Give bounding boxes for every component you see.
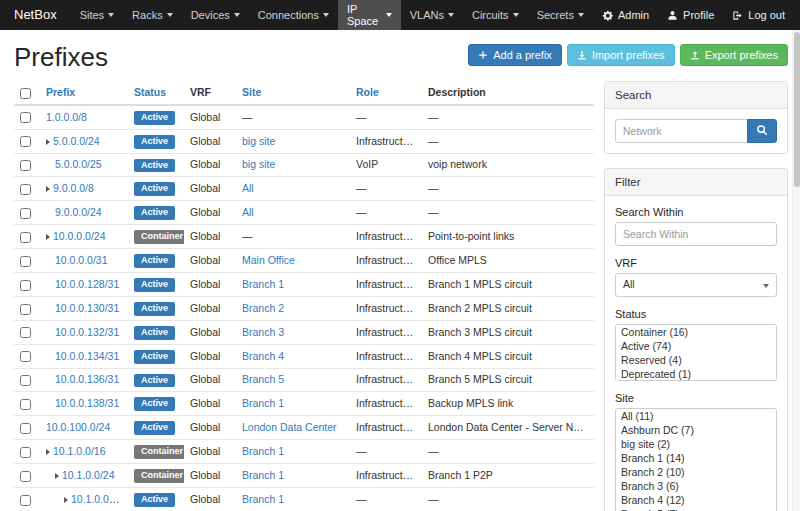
scrollbar-thumb[interactable]: [794, 32, 800, 187]
prefix-link[interactable]: 9.0.0.0/8: [53, 182, 94, 194]
site-option[interactable]: Branch 2 (10): [616, 465, 776, 479]
row-checkbox[interactable]: [20, 471, 31, 482]
status-option[interactable]: Active (74): [616, 339, 776, 353]
site-option[interactable]: Branch 5 (7): [616, 507, 776, 511]
search-button[interactable]: [747, 119, 777, 143]
role-value: Infrastructure: [356, 373, 418, 385]
prefix-link[interactable]: 5.0.0.0/24: [53, 135, 100, 147]
site-option[interactable]: Ashburn DC (7): [616, 423, 776, 437]
site-link[interactable]: Branch 1: [242, 493, 284, 505]
row-checkbox[interactable]: [20, 399, 31, 410]
prefix-indent: 5.0.0.0/24: [46, 135, 100, 147]
site-link[interactable]: All: [242, 206, 254, 218]
site-option[interactable]: Branch 1 (14): [616, 451, 776, 465]
prefix-link[interactable]: 10.0.0.132/31: [55, 326, 119, 338]
prefix-link[interactable]: 9.0.0.0/24: [55, 206, 102, 218]
select-all-checkbox[interactable]: [20, 88, 31, 99]
prefix-link[interactable]: 10.0.0.130/31: [55, 302, 119, 314]
nav-item-sites[interactable]: Sites: [71, 0, 123, 30]
prefix-link[interactable]: 10.1.0.0/24: [62, 469, 115, 481]
site-option[interactable]: big site (2): [616, 437, 776, 451]
prefix-link[interactable]: 1.0.0.0/8: [46, 111, 87, 123]
site-filter-listbox[interactable]: All (11)Ashburn DC (7)big site (2)Branch…: [615, 408, 777, 511]
prefix-link[interactable]: 10.1.0.0/25: [71, 493, 124, 505]
row-checkbox[interactable]: [20, 423, 31, 434]
prefix-link[interactable]: 10.0.0.134/31: [55, 350, 119, 362]
row-checkbox[interactable]: [20, 280, 31, 291]
site-link[interactable]: Branch 5: [242, 373, 284, 385]
site-option[interactable]: Branch 4 (12): [616, 493, 776, 507]
column-header-role[interactable]: Role: [350, 81, 422, 105]
nav-profile-link[interactable]: Profile: [658, 0, 723, 30]
prefix-link[interactable]: 10.0.100.0/24: [46, 421, 110, 433]
row-checkbox[interactable]: [20, 495, 31, 506]
site-link[interactable]: Main Office: [242, 254, 295, 266]
status-option[interactable]: Container (16): [616, 325, 776, 339]
status-option[interactable]: Deprecated (1): [616, 367, 776, 381]
role-cell: Infrastructure: [350, 416, 422, 440]
prefix-link[interactable]: 10.0.0.138/31: [55, 397, 119, 409]
row-checkbox[interactable]: [20, 232, 31, 243]
row-checkbox[interactable]: [20, 304, 31, 315]
row-checkbox[interactable]: [20, 351, 31, 362]
site-link[interactable]: Branch 2: [242, 302, 284, 314]
site-option[interactable]: All (11): [616, 409, 776, 423]
add-prefix-button[interactable]: Add a prefix: [468, 44, 562, 66]
site-link[interactable]: big site: [242, 135, 275, 147]
row-checkbox[interactable]: [20, 112, 31, 123]
site-link[interactable]: Branch 4: [242, 350, 284, 362]
nav-item-racks[interactable]: Racks: [123, 0, 182, 30]
row-checkbox[interactable]: [20, 327, 31, 338]
row-checkbox[interactable]: [20, 447, 31, 458]
site-link[interactable]: London Data Center: [242, 421, 337, 433]
site-link[interactable]: All: [242, 182, 254, 194]
site-link[interactable]: Branch 3: [242, 326, 284, 338]
export-prefixes-button[interactable]: Export prefixes: [680, 44, 788, 66]
nav-item-connections[interactable]: Connections: [249, 0, 338, 30]
nav-item-vlans[interactable]: VLANs: [401, 0, 463, 30]
nav-log-out-link[interactable]: Log out: [723, 0, 794, 30]
prefix-link[interactable]: 10.0.0.136/31: [55, 373, 119, 385]
nav-item-label: Sites: [80, 9, 104, 21]
nav-item-circuits[interactable]: Circuits: [463, 0, 528, 30]
status-option[interactable]: Reserved (4): [616, 353, 776, 367]
site-link[interactable]: Branch 1: [242, 469, 284, 481]
status-filter-listbox[interactable]: Container (16)Active (74)Reserved (4)Dep…: [615, 324, 777, 381]
brand[interactable]: NetBox: [0, 0, 71, 30]
site-link[interactable]: big site: [242, 158, 275, 170]
search-within-input[interactable]: [615, 222, 777, 246]
import-icon: [577, 50, 587, 60]
column-header-site[interactable]: Site: [236, 81, 350, 105]
site-link[interactable]: Branch 1: [242, 278, 284, 290]
nav-item-secrets[interactable]: Secrets: [528, 0, 593, 30]
description-cell: Office MPLS: [422, 249, 594, 273]
nav-item-devices[interactable]: Devices: [182, 0, 249, 30]
vrf-cell: Global: [184, 129, 236, 153]
row-checkbox[interactable]: [20, 160, 31, 171]
row-checkbox[interactable]: [20, 208, 31, 219]
row-checkbox[interactable]: [20, 375, 31, 386]
prefix-cell: 9.0.0.0/8: [40, 177, 128, 201]
column-header-prefix[interactable]: Prefix: [40, 81, 128, 105]
vrf-value: Global: [190, 206, 220, 218]
import-prefixes-button[interactable]: Import prefixes: [567, 44, 675, 66]
prefix-link[interactable]: 10.1.0.0/16: [53, 445, 106, 457]
role-cell: —: [350, 105, 422, 129]
row-checkbox[interactable]: [20, 184, 31, 195]
site-link[interactable]: Branch 1: [242, 397, 284, 409]
nav-admin-link[interactable]: Admin: [593, 0, 658, 30]
prefix-link[interactable]: 10.0.0.128/31: [55, 278, 119, 290]
site-link[interactable]: Branch 1: [242, 445, 284, 457]
row-checkbox[interactable]: [20, 256, 31, 267]
prefix-link[interactable]: 10.0.0.0/24: [53, 230, 106, 242]
nav-item-ip-space[interactable]: IP Space: [338, 0, 401, 30]
vrf-select[interactable]: All: [615, 273, 777, 297]
column-header-status[interactable]: Status: [128, 81, 184, 105]
row-checkbox[interactable]: [20, 136, 31, 147]
page-scrollbar[interactable]: [792, 30, 800, 511]
description-cell: voip network: [422, 153, 594, 177]
prefix-link[interactable]: 10.0.0.0/31: [55, 254, 108, 266]
prefix-link[interactable]: 5.0.0.0/25: [55, 158, 102, 170]
search-input[interactable]: [615, 119, 748, 143]
site-option[interactable]: Branch 3 (6): [616, 479, 776, 493]
